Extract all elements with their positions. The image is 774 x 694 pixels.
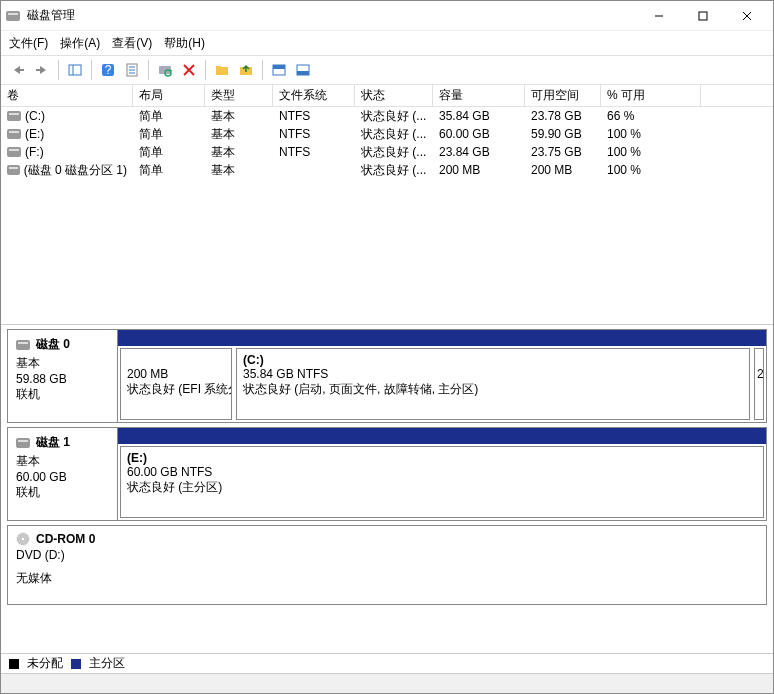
list-top-icon[interactable] [268, 59, 290, 81]
svg-rect-5 [36, 69, 40, 71]
svg-rect-22 [273, 65, 285, 69]
col-volume[interactable]: 卷 [1, 85, 133, 106]
volume-icon [7, 111, 21, 121]
titlebar: 磁盘管理 [1, 1, 773, 31]
disk-row-1: 磁盘 1 基本 60.00 GB 联机 (E:) 60.00 GB NTFS 状… [7, 427, 767, 521]
disk-row-cd: CD-ROM 0 DVD (D:) 无媒体 [7, 525, 767, 605]
menu-action[interactable]: 操作(A) [60, 35, 100, 52]
cdrom-icon [16, 532, 30, 546]
disk-1-stripe [118, 428, 766, 444]
volume-rows: (C:)简单基本NTFS状态良好 (...35.84 GB23.78 GB66 … [1, 107, 773, 324]
legend-primary: 主分区 [89, 655, 125, 672]
disk-management-window: 磁盘管理 文件(F) 操作(A) 查看(V) 帮助(H) ? [0, 0, 774, 694]
disk-0-partition-c[interactable]: (C:) 35.84 GB NTFS 状态良好 (启动, 页面文件, 故障转储,… [236, 348, 750, 420]
col-capacity[interactable]: 容量 [433, 85, 525, 106]
app-icon [5, 8, 21, 24]
svg-text:?: ? [105, 63, 112, 77]
table-row[interactable]: (磁盘 0 磁盘分区 1)简单基本状态良好 (...200 MB200 MB10… [1, 161, 773, 179]
volume-list-panel: 卷 布局 类型 文件系统 状态 容量 可用空间 % 可用 (C:)简单基本NTF… [1, 85, 773, 325]
table-row[interactable]: (C:)简单基本NTFS状态良好 (...35.84 GB23.78 GB66 … [1, 107, 773, 125]
toolbar: ? [1, 55, 773, 85]
menu-view[interactable]: 查看(V) [112, 35, 152, 52]
table-row[interactable]: (E:)简单基本NTFS状态良好 (...60.00 GB59.90 GB100… [1, 125, 773, 143]
col-filesystem[interactable]: 文件系统 [273, 85, 355, 106]
disk-graphical-panel: 磁盘 0 基本 59.88 GB 联机 200 MB 状态良好 (EFI 系统分… [1, 325, 773, 653]
close-button[interactable] [725, 2, 769, 30]
legend-swatch-unallocated [9, 659, 19, 669]
cdrom-label[interactable]: CD-ROM 0 DVD (D:) 无媒体 [8, 526, 766, 604]
export-icon[interactable] [235, 59, 257, 81]
disk-0-partition-efi[interactable]: 200 MB 状态良好 (EFI 系统分 [120, 348, 232, 420]
svg-rect-4 [20, 69, 24, 71]
svg-rect-24 [297, 71, 309, 75]
menu-file[interactable]: 文件(F) [9, 35, 48, 52]
volume-icon [7, 165, 20, 175]
new-folder-icon[interactable] [211, 59, 233, 81]
disk-row-0: 磁盘 0 基本 59.88 GB 联机 200 MB 状态良好 (EFI 系统分… [7, 329, 767, 423]
volume-icon [7, 147, 21, 157]
svg-rect-6 [69, 65, 81, 75]
legend-unallocated: 未分配 [27, 655, 63, 672]
volume-list-header: 卷 布局 类型 文件系统 状态 容量 可用空间 % 可用 [1, 85, 773, 107]
disk-0-stripe [118, 330, 766, 346]
window-title: 磁盘管理 [27, 7, 637, 24]
col-status[interactable]: 状态 [355, 85, 433, 106]
disk-icon [16, 340, 30, 350]
statusbar [1, 673, 773, 693]
legend-swatch-primary [71, 659, 81, 669]
list-bottom-icon[interactable] [292, 59, 314, 81]
refresh-icon[interactable] [154, 59, 176, 81]
show-hide-panel-button[interactable] [64, 59, 86, 81]
menu-help[interactable]: 帮助(H) [164, 35, 205, 52]
minimize-button[interactable] [637, 2, 681, 30]
back-button[interactable] [7, 59, 29, 81]
svg-rect-1 [699, 12, 707, 20]
legend: 未分配 主分区 [1, 653, 773, 673]
disk-content: 磁盘 0 基本 59.88 GB 联机 200 MB 状态良好 (EFI 系统分… [1, 325, 773, 653]
volume-icon [7, 129, 21, 139]
col-percent[interactable]: % 可用 [601, 85, 701, 106]
col-layout[interactable]: 布局 [133, 85, 205, 106]
menubar: 文件(F) 操作(A) 查看(V) 帮助(H) [1, 31, 773, 55]
disk-0-partition-tail[interactable]: 2 [754, 348, 764, 420]
help-icon[interactable]: ? [97, 59, 119, 81]
disk-0-label[interactable]: 磁盘 0 基本 59.88 GB 联机 [8, 330, 118, 422]
col-free[interactable]: 可用空间 [525, 85, 601, 106]
disk-1-partition-e[interactable]: (E:) 60.00 GB NTFS 状态良好 (主分区) [120, 446, 764, 518]
maximize-button[interactable] [681, 2, 725, 30]
svg-rect-19 [216, 66, 221, 69]
disk-1-label[interactable]: 磁盘 1 基本 60.00 GB 联机 [8, 428, 118, 520]
properties-icon[interactable] [121, 59, 143, 81]
forward-button[interactable] [31, 59, 53, 81]
disk-icon [16, 438, 30, 448]
window-controls [637, 2, 769, 30]
col-type[interactable]: 类型 [205, 85, 273, 106]
table-row[interactable]: (F:)简单基本NTFS状态良好 (...23.84 GB23.75 GB100… [1, 143, 773, 161]
delete-icon[interactable] [178, 59, 200, 81]
